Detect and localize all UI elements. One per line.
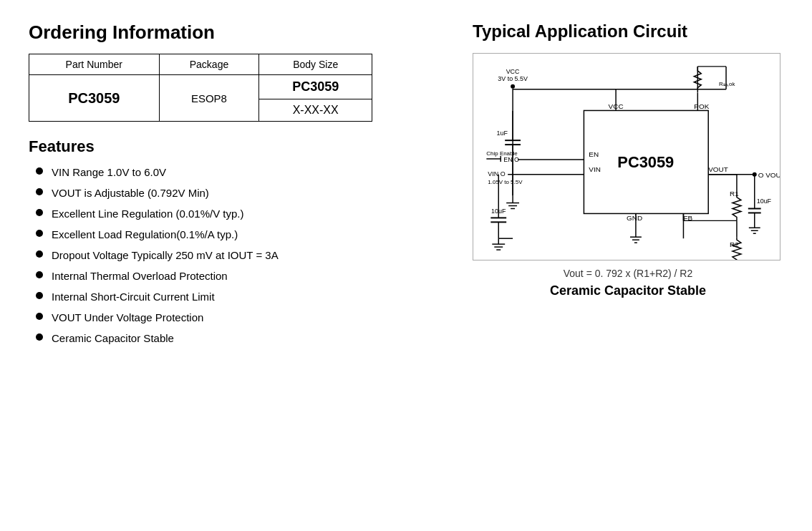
svg-text:PC3059: PC3059	[617, 153, 674, 171]
left-column: Ordering Information Part Number Package…	[29, 21, 444, 351]
svg-text:1uF: 1uF	[497, 130, 508, 137]
feature-item: VOUT is Adjustable (0.792V Min)	[36, 185, 444, 200]
right-column: Typical Application Circuit PC3059 VCC 3…	[473, 21, 783, 351]
circuit-caption: Ceramic Capacitor Stable	[473, 283, 783, 298]
feature-text: VOUT Under Voltage Protection	[52, 310, 203, 325]
feature-item: Dropout Voltage Typically 250 mV at IOUT…	[36, 248, 444, 263]
feature-text: Excellent Line Regulation (0.01%/V typ.)	[52, 206, 243, 221]
svg-text:1.05V to 5.5V: 1.05V to 5.5V	[488, 179, 523, 185]
app-circuit-title: Typical Application Circuit	[473, 21, 783, 42]
svg-text:R₂₀,ok: R₂₀,ok	[719, 81, 735, 87]
feature-text: Internal Short-Circuit Current Limit	[52, 289, 215, 304]
bullet-icon	[36, 292, 43, 299]
feature-item: Internal Thermal Overload Protection	[36, 268, 444, 283]
bullet-icon	[36, 271, 43, 278]
circuit-formula: Vout = 0. 792 x (R1+R2) / R2	[473, 268, 783, 279]
col-header-package: Package	[159, 54, 259, 75]
feature-text: Ceramic Capacitor Stable	[52, 331, 174, 346]
circuit-diagram: PC3059 VCC 3V to 5.5V 1uF	[473, 53, 780, 260]
svg-text:3V to 5.5V: 3V to 5.5V	[498, 75, 528, 82]
col-header-bodysize: Body Size	[259, 54, 372, 75]
bullet-icon	[36, 188, 43, 195]
bullet-icon	[36, 313, 43, 320]
package-cell: ESOP8	[159, 75, 259, 122]
svg-text:VOUT: VOUT	[708, 165, 728, 173]
feature-item: VOUT Under Voltage Protection	[36, 310, 444, 325]
svg-text:EN: EN	[589, 150, 599, 158]
feature-item: Excellent Load Regulation(0.1%/A typ.)	[36, 227, 444, 242]
svg-text:EN O: EN O	[503, 156, 519, 163]
feature-item: Internal Short-Circuit Current Limit	[36, 289, 444, 304]
feature-text: VOUT is Adjustable (0.792V Min)	[52, 185, 209, 200]
feature-text: Dropout Voltage Typically 250 mV at IOUT…	[52, 248, 279, 263]
features-list: VIN Range 1.0V to 6.0VVOUT is Adjustable…	[36, 165, 444, 346]
svg-text:VIN: VIN	[589, 165, 601, 173]
ordering-table: Part Number Package Body Size PC3059 ESO…	[29, 54, 372, 122]
svg-point-4	[511, 84, 515, 89]
feature-item: Ceramic Capacitor Stable	[36, 331, 444, 346]
svg-text:O VOUT: O VOUT	[758, 171, 780, 179]
bullet-icon	[36, 167, 43, 175]
feature-item: Excellent Line Regulation (0.01%/V typ.)	[36, 206, 444, 221]
body-size-cell-2: X-XX-XX	[259, 99, 372, 122]
svg-text:GND: GND	[627, 214, 642, 222]
bullet-icon	[36, 230, 43, 237]
features-title: Features	[29, 137, 444, 156]
svg-text:POK: POK	[694, 102, 709, 110]
ordering-title: Ordering Information	[29, 21, 444, 44]
main-layout: Ordering Information Part Number Package…	[29, 21, 783, 351]
svg-text:10uF: 10uF	[757, 198, 772, 205]
feature-text: Internal Thermal Overload Protection	[52, 268, 228, 283]
bullet-icon	[36, 209, 43, 216]
feature-item: VIN Range 1.0V to 6.0V	[36, 165, 444, 180]
col-header-part: Part Number	[29, 54, 160, 75]
feature-text: VIN Range 1.0V to 6.0V	[52, 165, 166, 180]
circuit-svg: PC3059 VCC 3V to 5.5V 1uF	[473, 54, 780, 260]
bullet-icon	[36, 333, 43, 341]
svg-text:R1: R1	[730, 190, 739, 198]
body-size-cell-1: PC3059	[259, 75, 372, 99]
part-number-cell: PC3059	[29, 75, 160, 122]
feature-text: Excellent Load Regulation(0.1%/A typ.)	[52, 227, 238, 242]
svg-text:VIN O: VIN O	[488, 170, 505, 177]
bullet-icon	[36, 250, 43, 258]
svg-text:VCC: VCC	[506, 68, 520, 75]
